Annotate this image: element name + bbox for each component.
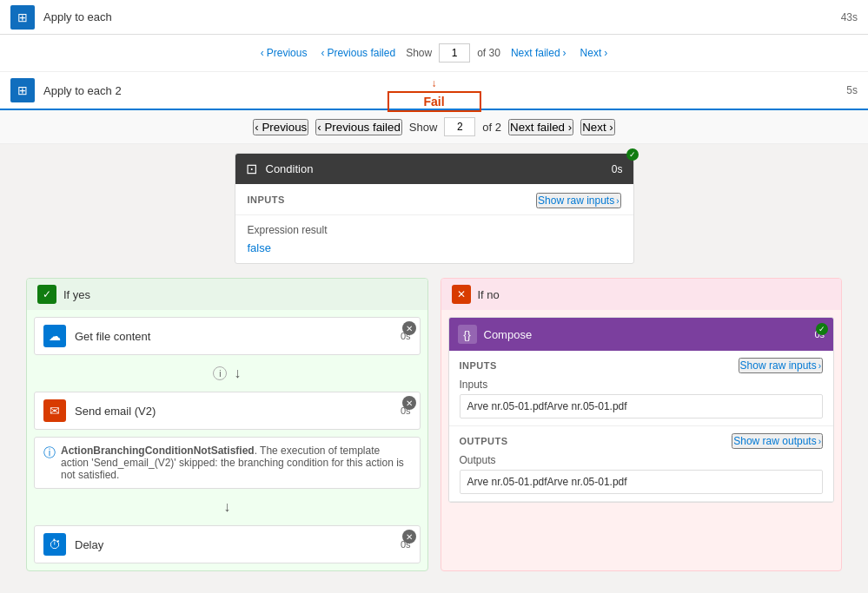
apply-to-each-row: ⊞ Apply to each 2 ↓ Fail 5s	[0, 72, 868, 110]
send-email-block: ✕ ✉ Send email (V2) 0s	[34, 392, 421, 430]
second-next-button[interactable]: Next ›	[580, 119, 615, 135]
delay-close-icon[interactable]: ✕	[402, 530, 416, 544]
send-email-close-icon[interactable]: ✕	[402, 396, 416, 410]
arrow-between-1-2: i ↓	[27, 362, 427, 385]
send-email-icon: ✉	[43, 399, 66, 422]
condition-success-dot: ✓	[626, 148, 639, 161]
compose-inputs-section: INPUTS Show raw inputs › Inputs Arve nr.…	[449, 351, 834, 426]
condition-icon: ⊡	[246, 161, 257, 177]
compose-show-raw-outputs-btn[interactable]: Show raw outputs ›	[732, 433, 823, 449]
fail-container: ↓ Fail	[432, 77, 437, 91]
down-arrow-icon: ↓	[234, 366, 241, 381]
compose-success-dot: ✓	[816, 323, 828, 335]
first-prev-button[interactable]: ‹ Previous	[257, 45, 311, 61]
condition-header: ⊡ Condition 0s	[235, 154, 633, 184]
error-text: ActionBranchingConditionNotSatisfied. Th…	[61, 445, 411, 481]
apply-row-icon: ⊞	[10, 78, 35, 102]
down-arrow-2-icon: ↓	[223, 499, 230, 515]
compose-title: Compose	[484, 328, 808, 341]
info-circle-icon: i	[213, 366, 227, 380]
outputs-chevron-icon: ›	[818, 437, 821, 446]
chevron-right-icon: ›	[616, 196, 619, 206]
delay-block: ✕ ⏱ Delay 0s	[34, 525, 421, 563]
first-pagination-bar: ‹ Previous ‹ Previous failed Show of 30 …	[0, 35, 868, 72]
action-error-message: ⓘ ActionBranchingConditionNotSatisfied. …	[34, 437, 421, 489]
second-prev-button[interactable]: ‹ Previous	[253, 119, 308, 135]
condition-expr-label: Expression result	[248, 224, 621, 236]
top-bar-title: Apply to each	[43, 10, 841, 23]
compose-outputs-label-row: OUTPUTS Show raw outputs ›	[460, 433, 824, 449]
if-no-branch: ✕ If no ✓ {} Compose 0s INPUTS	[441, 278, 843, 571]
condition-inputs-label: INPUTS	[248, 194, 285, 205]
if-yes-header: ✓ If yes	[27, 279, 427, 310]
if-yes-label: If yes	[63, 288, 90, 301]
compose-inputs-value: Arve nr.05-01.pdfArve nr.05-01.pdf	[460, 394, 824, 418]
compose-outputs-section: OUTPUTS Show raw outputs › Outputs Arve …	[449, 426, 834, 502]
inputs-chevron-icon: ›	[818, 361, 821, 371]
first-prev-failed-button[interactable]: ‹ Previous failed	[317, 45, 399, 61]
condition-duration: 0s	[612, 163, 623, 175]
first-next-button[interactable]: Next ›	[577, 45, 612, 61]
first-show-label: Show	[406, 47, 432, 59]
compose-outputs-sublabel: Outputs	[460, 454, 824, 466]
second-prev-failed-button[interactable]: ‹ Previous failed	[315, 119, 402, 135]
top-bar-icon: ⊞	[10, 5, 35, 30]
second-of-label: of 2	[482, 121, 501, 134]
compose-block: ✓ {} Compose 0s INPUTS Show raw inputs ›	[448, 317, 835, 503]
first-of-label: of 30	[477, 47, 500, 59]
delay-title: Delay	[75, 538, 401, 551]
compose-show-raw-inputs-btn[interactable]: Show raw inputs ›	[739, 358, 823, 373]
second-next-failed-button[interactable]: Next failed ›	[508, 119, 573, 135]
second-pagination-bar: ‹ Previous ‹ Previous failed Show of 2 N…	[0, 110, 868, 144]
get-file-icon: ☁	[43, 325, 66, 347]
condition-block: ✓ ⊡ Condition 0s INPUTS Show raw inputs …	[235, 153, 634, 264]
if-yes-branch: ✓ If yes ✕ ☁ Get file content 0s i ↓ ✕ ✉…	[26, 278, 428, 571]
error-info-icon: ⓘ	[43, 445, 56, 481]
compose-outputs-label: OUTPUTS	[460, 436, 508, 446]
compose-inputs-label: INPUTS	[460, 360, 497, 371]
first-next-failed-button[interactable]: Next failed ›	[507, 45, 570, 61]
main-content: ✓ ⊡ Condition 0s INPUTS Show raw inputs …	[0, 144, 868, 580]
compose-inputs-sublabel: Inputs	[460, 379, 824, 391]
condition-show-raw-inputs-btn[interactable]: Show raw inputs ›	[536, 193, 620, 208]
compose-inputs-label-row: INPUTS Show raw inputs ›	[460, 358, 824, 373]
if-yes-icon: ✓	[37, 285, 56, 304]
fail-badge: Fail	[387, 91, 480, 112]
apply-row-duration: 5s	[846, 84, 858, 96]
if-no-icon: ✕	[452, 285, 471, 304]
second-page-input[interactable]	[444, 117, 475, 136]
condition-expr-section: Expression result false	[235, 215, 633, 263]
condition-inputs-section: INPUTS Show raw inputs ›	[235, 184, 633, 215]
compose-icon: {}	[458, 325, 477, 344]
delay-icon: ⏱	[43, 533, 66, 556]
condition-title: Condition	[266, 162, 612, 175]
get-file-title: Get file content	[75, 330, 401, 343]
if-no-header: ✕ If no	[441, 279, 842, 310]
compose-outputs-value: Arve nr.05-01.pdfArve nr.05-01.pdf	[460, 470, 824, 494]
second-show-label: Show	[409, 121, 438, 134]
get-file-content-block: ✕ ☁ Get file content 0s	[34, 317, 421, 355]
arrow-between-2-3: ↓	[27, 496, 427, 518]
send-email-title: Send email (V2)	[75, 405, 401, 418]
top-bar: ⊞ Apply to each 43s	[0, 0, 868, 35]
first-page-input[interactable]	[439, 43, 470, 63]
top-bar-duration: 43s	[841, 11, 858, 23]
get-file-close-icon[interactable]: ✕	[402, 321, 416, 335]
branches-container: ✓ If yes ✕ ☁ Get file content 0s i ↓ ✕ ✉…	[26, 278, 842, 571]
compose-header: {} Compose 0s	[449, 318, 834, 351]
condition-expr-value: false	[248, 241, 621, 254]
if-no-label: If no	[478, 288, 500, 301]
